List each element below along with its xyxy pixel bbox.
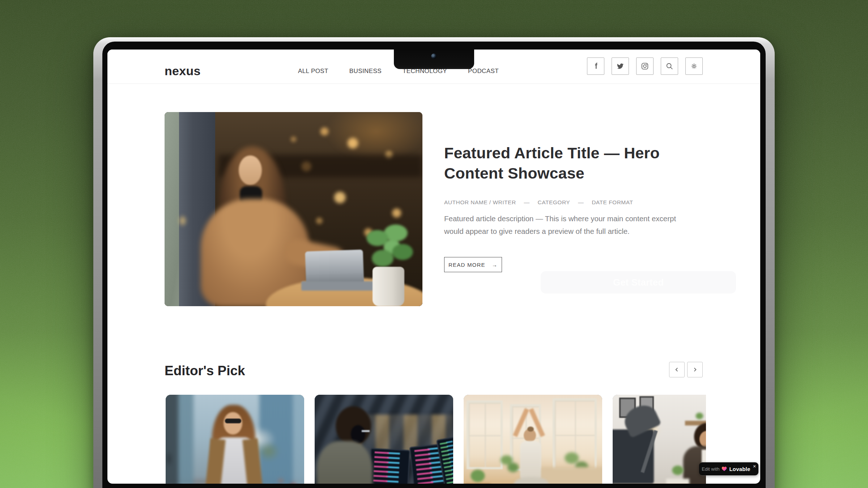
floor-plant	[465, 467, 490, 484]
hero-laptop-keyboard	[301, 281, 375, 291]
desk-plant	[666, 463, 689, 484]
laptop-mockup: nexus ALL POST BUSINESS TECHNOLOGY PODCA…	[93, 37, 775, 488]
facebook-button[interactable]	[587, 57, 604, 75]
facebook-icon	[592, 62, 600, 70]
woman-face	[224, 412, 242, 435]
carousel-next-button[interactable]	[687, 362, 703, 377]
instagram-button[interactable]	[636, 57, 654, 75]
site-logo[interactable]: nexus	[165, 64, 201, 78]
editors-pick-card-street-fashion[interactable]	[166, 395, 304, 484]
nav-item-podcast[interactable]: PODCAST	[468, 68, 499, 75]
desktop-wallpaper: nexus ALL POST BUSINESS TECHNOLOGY PODCA…	[0, 0, 868, 488]
developer-shoulder	[317, 441, 373, 484]
featured-article-text: Featured Article Title — Hero Content Sh…	[444, 143, 706, 183]
headphones	[351, 425, 365, 443]
meta-date: DATE FORMAT	[592, 199, 633, 206]
featured-article-image[interactable]	[165, 112, 422, 306]
article-description: Featured article description — This is w…	[444, 212, 697, 237]
ghost-get-started-overlay: Get Started	[541, 271, 736, 294]
badge-close-icon[interactable]: ✕	[753, 464, 756, 469]
header-actions	[587, 57, 703, 75]
edit-with-lovable-badge[interactable]: Edit with Lovable ✕	[699, 462, 758, 475]
article-meta: AUTHOR NAME / WRITER — CATEGORY — DATE F…	[444, 199, 633, 206]
hero-plant-pot	[373, 267, 404, 306]
carousel-track	[166, 395, 706, 484]
editors-pick-heading: Editor's Pick	[165, 363, 245, 378]
meta-separator: —	[578, 199, 584, 206]
browser-screen: nexus ALL POST BUSINESS TECHNOLOGY PODCA…	[107, 50, 760, 484]
nav-item-all-post[interactable]: ALL POST	[298, 68, 328, 75]
carousel-controls	[669, 362, 703, 377]
arrow-right-icon: →	[492, 262, 498, 268]
editors-pick-card-home-office[interactable]	[613, 395, 706, 484]
webcam-icon	[431, 53, 437, 59]
editors-pick-card-developer[interactable]	[315, 395, 453, 484]
theme-toggle-button[interactable]	[685, 57, 703, 75]
search-icon	[665, 62, 673, 70]
glasses-glint	[362, 430, 370, 432]
yoga-torso	[520, 441, 541, 481]
featured-article-title: Featured Article Title — Hero Content Sh…	[444, 143, 706, 183]
ghost-label: Get Started	[613, 277, 664, 288]
hero-woman-face	[239, 155, 262, 185]
code-monitor-left	[367, 448, 410, 484]
twitter-button[interactable]	[612, 57, 629, 75]
nav-item-business[interactable]: BUSINESS	[349, 68, 382, 75]
carousel-prev-button[interactable]	[669, 362, 685, 377]
meta-author: AUTHOR NAME / WRITER	[444, 199, 516, 206]
instagram-icon	[641, 62, 649, 70]
read-more-button[interactable]: READ MORE →	[444, 257, 502, 272]
badge-brand: Lovable	[729, 466, 750, 472]
lovable-heart-icon	[722, 466, 727, 471]
editors-pick-card-yoga[interactable]	[464, 395, 602, 484]
meta-category: CATEGORY	[538, 199, 570, 206]
shelf-plants	[689, 409, 706, 421]
meta-separator: —	[524, 199, 530, 206]
laptop-notch	[394, 50, 474, 69]
houseplant	[496, 450, 522, 479]
sunglasses	[225, 419, 241, 423]
title-line-2: Content Showcase	[444, 164, 584, 182]
chevron-right-icon	[692, 367, 698, 372]
twitter-icon	[616, 62, 624, 70]
read-more-label: READ MORE	[448, 262, 485, 268]
editors-pick-carousel	[165, 395, 706, 484]
theme-sun-icon	[690, 62, 698, 70]
badge-prefix: Edit with	[702, 466, 719, 472]
hair-bun	[527, 427, 534, 432]
chevron-left-icon	[674, 367, 680, 372]
search-button[interactable]	[661, 57, 678, 75]
title-line-1: Featured Article Title — Hero	[444, 144, 660, 162]
